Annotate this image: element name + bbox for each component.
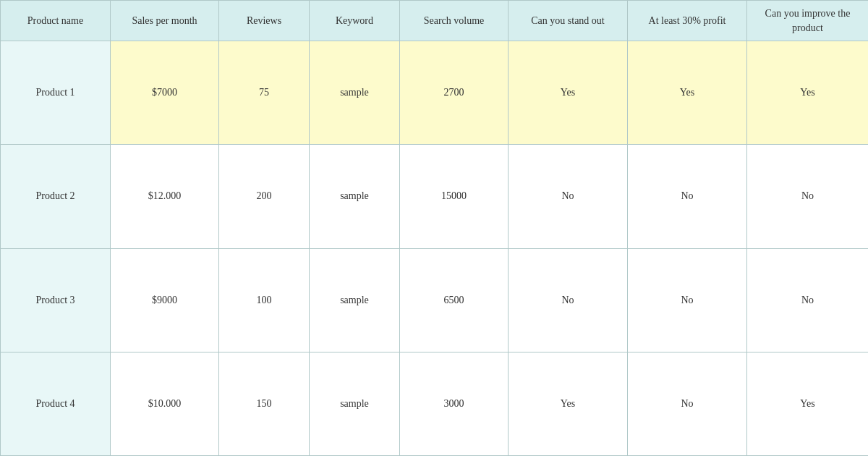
cell-product2-sales: $12.000	[111, 145, 219, 248]
cell-product3-improve: No	[747, 248, 869, 352]
table-row: Product 1 $7000 75 sample 2700 Yes Yes Y…	[1, 41, 869, 145]
cell-product4-profit: No	[628, 352, 747, 455]
cell-product3-keyword: sample	[310, 248, 400, 352]
cell-product2-keyword: sample	[310, 145, 400, 248]
cell-product3-sales: $9000	[111, 248, 219, 352]
cell-product1-improve: Yes	[747, 41, 869, 145]
cell-product2-stand-out: No	[509, 145, 628, 248]
cell-product4-keyword: sample	[310, 352, 400, 455]
table-container: Product name Sales per month Reviews Key…	[0, 0, 868, 456]
header-improve-product: Can you improve the product	[747, 1, 869, 41]
cell-product1-profit: Yes	[628, 41, 747, 145]
cell-product4-improve: Yes	[747, 352, 869, 455]
cell-product2-name: Product 2	[1, 145, 111, 248]
cell-product1-name: Product 1	[1, 41, 111, 145]
cell-product4-search-volume: 3000	[400, 352, 509, 455]
cell-product3-profit: No	[628, 248, 747, 352]
cell-product3-stand-out: No	[509, 248, 628, 352]
header-product-name: Product name	[1, 1, 111, 41]
header-can-stand-out: Can you stand out	[509, 1, 628, 41]
cell-product3-search-volume: 6500	[400, 248, 509, 352]
product-comparison-table: Product name Sales per month Reviews Key…	[0, 0, 868, 456]
cell-product4-stand-out: Yes	[509, 352, 628, 455]
header-sales-per-month: Sales per month	[111, 1, 219, 41]
cell-product1-reviews: 75	[219, 41, 310, 145]
cell-product4-name: Product 4	[1, 352, 111, 455]
cell-product2-reviews: 200	[219, 145, 310, 248]
header-search-volume: Search volume	[400, 1, 509, 41]
header-keyword: Keyword	[310, 1, 400, 41]
cell-product1-search-volume: 2700	[400, 41, 509, 145]
table-row: Product 2 $12.000 200 sample 15000 No No…	[1, 145, 869, 248]
header-row: Product name Sales per month Reviews Key…	[1, 1, 869, 41]
cell-product4-reviews: 150	[219, 352, 310, 455]
header-reviews: Reviews	[219, 1, 310, 41]
cell-product3-reviews: 100	[219, 248, 310, 352]
header-profit: At least 30% profit	[628, 1, 747, 41]
cell-product1-keyword: sample	[310, 41, 400, 145]
cell-product2-search-volume: 15000	[400, 145, 509, 248]
cell-product2-improve: No	[747, 145, 869, 248]
table-row: Product 4 $10.000 150 sample 3000 Yes No…	[1, 352, 869, 455]
cell-product2-profit: No	[628, 145, 747, 248]
cell-product4-sales: $10.000	[111, 352, 219, 455]
cell-product3-name: Product 3	[1, 248, 111, 352]
table-row: Product 3 $9000 100 sample 6500 No No No	[1, 248, 869, 352]
cell-product1-stand-out: Yes	[509, 41, 628, 145]
cell-product1-sales: $7000	[111, 41, 219, 145]
